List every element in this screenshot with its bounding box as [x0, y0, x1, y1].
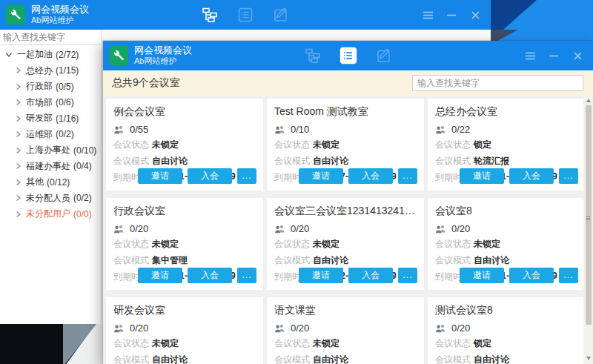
status-value: 未锁定 — [152, 238, 179, 251]
more-options-button[interactable]: ... — [559, 168, 578, 184]
tree-item-label: 未分配用户 — [26, 208, 70, 220]
room-mode-row: 会议模式 集中管理 — [113, 254, 256, 267]
tree-item-label: 未分配人员 — [26, 192, 70, 205]
mode-label: 会议模式 — [113, 254, 152, 267]
rooms-info-bar: 总共9个会议室 — [103, 70, 593, 96]
invite-button[interactable]: 邀请 — [138, 168, 182, 184]
room-status-row: 会议状态 未锁定 — [113, 238, 256, 251]
invite-button[interactable]: 邀请 — [299, 268, 343, 283]
mode-label: 会议模式 — [435, 155, 474, 168]
org-chart-icon — [305, 47, 321, 64]
join-button[interactable]: 入会 — [509, 168, 554, 184]
invite-button[interactable]: 邀请 — [299, 168, 343, 184]
tree-item-label: 其他 — [26, 176, 44, 188]
join-button[interactable]: 入会 — [348, 168, 393, 184]
more-options-button[interactable]: ... — [237, 168, 256, 184]
room-occupancy: 0/20 — [130, 223, 148, 234]
tree-item-label: 行政部 — [26, 80, 53, 93]
room-status-row: 会议状态 未锁定 — [113, 337, 256, 350]
scrollbar-thumb[interactable] — [586, 105, 592, 325]
room-status-row: 会议状态 锁定 — [435, 337, 577, 350]
meeting-rooms-titlebar: 网会视频会议 Ab网站维护 — [103, 41, 593, 70]
minimize-button[interactable] — [445, 8, 458, 21]
menu-icon — [526, 52, 535, 60]
org-tree: 一起加油 (2/72) 总经办 (1/15) — [0, 45, 101, 222]
org-chart-view-button[interactable] — [304, 47, 322, 64]
tree-item[interactable]: 上海办事处 (0/10) — [0, 142, 101, 159]
close-button[interactable] — [468, 8, 482, 21]
tree-item-root[interactable]: 一起加油 (2/72) — [0, 47, 101, 63]
chevron-right-icon — [16, 99, 21, 106]
meeting-list-view-button[interactable] — [339, 47, 357, 64]
close-icon — [574, 52, 582, 60]
invite-button[interactable]: 邀请 — [460, 168, 504, 184]
tree-item[interactable]: 市场部 (0/6) — [0, 95, 101, 111]
status-label: 会议状态 — [435, 238, 474, 251]
tree-item-count: (0/2) — [73, 193, 92, 203]
room-occupancy-row: 0/20 — [113, 223, 256, 234]
app-subtitle: Ab网站维护 — [134, 56, 192, 67]
more-options-button[interactable]: ... — [237, 268, 256, 283]
mode-value: 自由讨论 — [474, 254, 509, 267]
room-mode-row: 会议模式 自由讨论 — [113, 354, 256, 364]
room-occupancy: 0/20 — [451, 223, 470, 234]
room-mode-row: 会议模式 自由讨论 — [435, 354, 577, 364]
room-occupancy: 0/20 — [451, 322, 470, 334]
meeting-list-view-button[interactable] — [236, 6, 254, 24]
tree-item-count: (0/12) — [47, 177, 70, 188]
tree-item[interactable]: 其他 (0/12) — [0, 174, 101, 191]
tree-item[interactable]: 福建办事处 (0/4) — [0, 159, 101, 175]
join-button[interactable]: 入会 — [348, 268, 393, 283]
status-value: 未锁定 — [313, 139, 339, 151]
more-options-button[interactable]: ... — [398, 268, 417, 283]
vertical-scrollbar[interactable] — [584, 96, 592, 363]
room-status-row: 会议状态 未锁定 — [274, 337, 417, 350]
rooms-summary: 总共9个会议室 — [112, 76, 180, 90]
room-name: 例会会议室 — [113, 105, 256, 119]
room-card: 测试会议室8 0/20 会议状态 锁定 会议模式 自由讨论 — [428, 297, 583, 364]
tree-item[interactable]: 总经办 (1/15) — [0, 63, 101, 79]
tree-item[interactable]: 未分配人员 (0/2) — [0, 191, 101, 207]
edit-icon — [376, 47, 392, 64]
room-occupancy: 0/55 — [130, 124, 148, 135]
mode-label: 会议模式 — [435, 354, 474, 364]
compose-edit-button[interactable] — [375, 47, 393, 64]
chevron-right-icon — [16, 147, 21, 154]
status-label: 会议状态 — [274, 238, 313, 251]
room-name: Test Room 测试教室 — [274, 105, 417, 119]
tree-item[interactable]: 未分配用户 (0/0) — [0, 206, 101, 222]
invite-button[interactable]: 邀请 — [138, 268, 182, 283]
tree-item[interactable]: 研发部 (1/16) — [0, 110, 101, 127]
room-mode-row: 会议模式 自由讨论 — [435, 254, 577, 267]
invite-button[interactable]: 邀请 — [460, 268, 504, 283]
tree-item[interactable]: 运维部 (0/2) — [0, 127, 101, 143]
menu-icon — [423, 11, 433, 19]
sidebar-search-input[interactable] — [0, 30, 101, 45]
join-button[interactable]: 入会 — [188, 268, 232, 283]
tree-item-count: (0/6) — [56, 97, 74, 107]
more-options-button[interactable]: ... — [559, 268, 578, 283]
org-chart-view-button[interactable] — [201, 6, 219, 24]
tree-item-count: (0/10) — [73, 145, 96, 156]
rooms-search-input[interactable] — [412, 75, 583, 91]
tree-item-count: (1/16) — [56, 113, 79, 124]
mode-label: 会议模式 — [274, 254, 313, 267]
contacts-sidebar: 一起加油 (2/72) 总经办 (1/15) — [0, 30, 102, 324]
window-controls — [523, 49, 584, 62]
minimize-button[interactable] — [547, 49, 560, 62]
scroll-up-icon[interactable] — [586, 99, 591, 102]
close-button[interactable] — [571, 49, 584, 62]
join-button[interactable]: 入会 — [509, 268, 554, 283]
scroll-down-icon[interactable] — [586, 357, 591, 360]
more-options-button[interactable]: ... — [398, 168, 417, 184]
menu-button[interactable] — [523, 49, 537, 62]
join-button[interactable]: 入会 — [188, 168, 232, 184]
tree-item[interactable]: 行政部 (0/5) — [0, 79, 101, 95]
app-subtitle: Ab网站维护 — [31, 16, 89, 26]
status-value: 未锁定 — [313, 337, 339, 350]
compose-edit-button[interactable] — [272, 6, 290, 24]
room-occupancy-row: 0/22 — [435, 124, 577, 135]
room-occupancy-row: 0/20 — [435, 322, 577, 334]
tree-item-count: (0/0) — [73, 209, 92, 219]
menu-button[interactable] — [421, 8, 434, 21]
